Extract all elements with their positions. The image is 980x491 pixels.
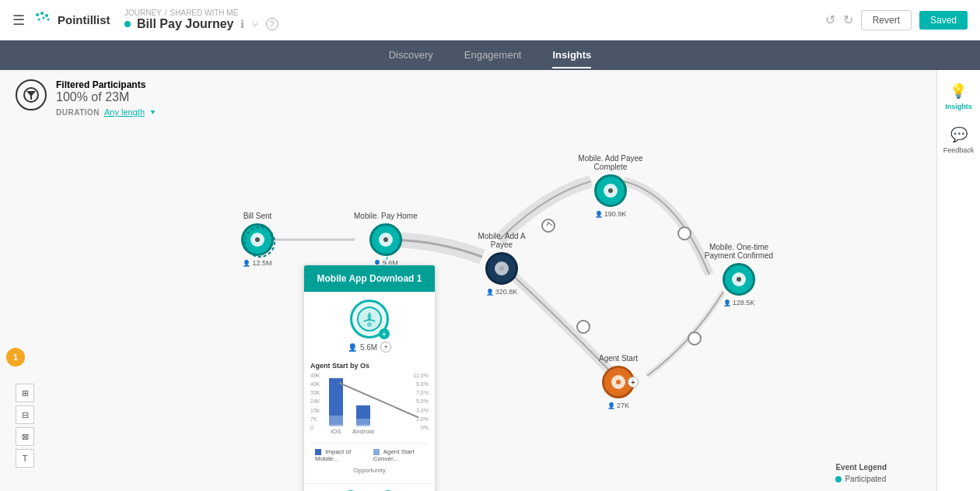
- popup-header: Mobile App Download 1: [304, 265, 435, 292]
- node-agent-start-add[interactable]: +: [628, 377, 639, 388]
- node-mobile-add-payee-complete-count: 190.9K: [595, 210, 627, 218]
- bar-group-android: Android: [352, 405, 374, 435]
- tab-bar: Discovery Engagement Insights: [0, 40, 980, 70]
- hamburger-button[interactable]: ☰: [12, 12, 25, 29]
- legend-impact: Impact of Mobile...: [315, 448, 361, 462]
- svg-point-16: [367, 322, 372, 327]
- ctrl-grid-btn[interactable]: ⊞: [16, 384, 34, 402]
- svg-point-0: [36, 13, 39, 16]
- duration-value[interactable]: Any length: [104, 107, 145, 117]
- revert-button[interactable]: Revert: [861, 10, 912, 30]
- redo-button[interactable]: ↻: [843, 12, 853, 27]
- bar-android-light: [356, 419, 370, 426]
- node-mobile-pay-home-label: Mobile. Pay Home: [354, 212, 418, 220]
- node-agent-start-circle[interactable]: +: [602, 366, 635, 398]
- undo-button[interactable]: ↺: [825, 12, 835, 27]
- svg-point-9: [542, 219, 555, 232]
- journey-color-indicator: [124, 21, 131, 27]
- saved-button[interactable]: Saved: [919, 11, 968, 30]
- legend-participated-dot: [835, 476, 842, 482]
- node-mobile-otp[interactable]: Mobile. One-time Payment Confirmed 128.5…: [700, 243, 778, 307]
- node-mobile-add-payee-complete-circle[interactable]: [594, 174, 627, 207]
- chart-title: Agent Start by Os: [310, 362, 429, 370]
- logo-text: Pointillist: [58, 13, 110, 26]
- popup-actions: ← +: [304, 483, 435, 491]
- bar-group-ios: iOS: [329, 378, 343, 435]
- node-mobile-otp-count: 128.5K: [723, 299, 755, 307]
- filter-info: Filtered Participants 100% of 23M DURATI…: [16, 79, 156, 117]
- popup-card: Mobile App Download 1 + 👤 5.6M +: [303, 265, 436, 491]
- bar-android-label: Android: [352, 428, 374, 435]
- insights-label: Insights: [945, 103, 972, 110]
- event-legend-participated: Participated: [835, 475, 887, 483]
- duration-dropdown-icon[interactable]: ▼: [149, 108, 156, 116]
- tab-insights[interactable]: Insights: [552, 43, 591, 68]
- filter-count: 100% of 23M: [56, 90, 156, 104]
- canvas-area: Filtered Participants 100% of 23M DURATI…: [0, 70, 936, 491]
- y-axis-right: 11.0%9.0%7.0%5.0%3.0%1.0%0%: [413, 373, 429, 430]
- popup-person-icon: 👤: [348, 343, 357, 352]
- filter-details: Filtered Participants 100% of 23M DURATI…: [56, 79, 156, 117]
- svg-point-2: [45, 14, 48, 17]
- node-mobile-add-payee-label: Mobile. Add A Payee: [467, 232, 537, 249]
- duration-label: DURATION: [56, 108, 100, 117]
- svg-point-1: [40, 12, 44, 15]
- page-title: Bill Pay Journey: [137, 17, 234, 31]
- svg-marker-7: [26, 91, 36, 100]
- svg-point-14: [245, 227, 275, 257]
- svg-point-12: [688, 332, 701, 345]
- node-bill-sent-circle[interactable]: [241, 223, 274, 256]
- ctrl-zoom-in-btn[interactable]: ⊠: [16, 427, 34, 446]
- sidebar-feedback-btn[interactable]: 💬 Feedback: [943, 126, 975, 154]
- legend-agent: Agent Start Conver...: [373, 448, 424, 462]
- chart-body: 49K40K32K24K15K7K0 11.0%9.0%7.0%5.0%3.0%…: [310, 373, 429, 443]
- main-layout: Filtered Participants 100% of 23M DURATI…: [0, 70, 980, 491]
- sidebar-insights-btn[interactable]: 💡 Insights: [945, 82, 972, 110]
- tab-discovery[interactable]: Discovery: [389, 43, 433, 68]
- node-agent-start-label: Agent Start: [599, 354, 638, 363]
- node-agent-start-count: 27K: [607, 402, 629, 409]
- filter-icon: [16, 79, 47, 110]
- popup-chart-area: Agent Start by Os 49K40K32K24K15K7K0 11.…: [304, 356, 435, 483]
- event-legend-title: Event Legend: [835, 463, 887, 472]
- svg-point-10: [678, 227, 691, 240]
- ctrl-zoom-out-btn[interactable]: ⊟: [16, 405, 34, 424]
- feedback-label: Feedback: [943, 146, 975, 154]
- node-mobile-pay-home-circle[interactable]: [369, 223, 402, 256]
- logo-icon: [34, 11, 53, 30]
- tab-engagement[interactable]: Engagement: [464, 43, 522, 68]
- feedback-icon: 💬: [950, 126, 968, 143]
- node-mobile-pay-home[interactable]: Mobile. Pay Home 5.6M: [354, 212, 418, 267]
- notification-badge[interactable]: 1: [6, 348, 25, 366]
- help-icon[interactable]: ?: [266, 18, 278, 30]
- node-mobile-add-payee-count: 320.8K: [486, 288, 518, 296]
- event-legend: Event Legend Participated: [835, 463, 887, 483]
- info-icon[interactable]: ℹ: [240, 18, 244, 30]
- node-mobile-otp-label: Mobile. One-time Payment Confirmed: [700, 243, 778, 260]
- node-bill-sent[interactable]: Bill Sent 12.5M: [241, 212, 274, 267]
- popup-opportunity: Opportunity: [310, 467, 429, 477]
- svg-point-5: [47, 18, 50, 20]
- breadcrumb: JOURNEY / SHARED WITH ME: [124, 9, 278, 17]
- svg-point-4: [43, 16, 45, 19]
- top-right-controls: ↺ ↻ Revert Saved: [825, 10, 968, 30]
- top-nav: ☰ Pointillist JOURNEY / SHARED WITH ME B…: [0, 0, 980, 40]
- share-icon[interactable]: ⑂: [252, 19, 258, 30]
- node-mobile-otp-circle[interactable]: [723, 263, 755, 296]
- node-mobile-add-payee[interactable]: Mobile. Add A Payee 320.8K: [467, 232, 537, 296]
- insights-icon: 💡: [950, 82, 967, 100]
- svg-point-11: [577, 321, 590, 333]
- bar-ios-label: iOS: [331, 428, 341, 435]
- node-mobile-add-payee-complete[interactable]: Mobile. Add Payee Complete 190.9K: [576, 154, 646, 218]
- bar-chart: iOS Android: [310, 373, 429, 435]
- popup-add-icon[interactable]: +: [379, 328, 390, 339]
- filter-title: Filtered Participants: [56, 79, 156, 90]
- popup-icon-circle: +: [350, 300, 389, 338]
- node-bill-sent-label: Bill Sent: [243, 212, 272, 220]
- popup-count-add[interactable]: +: [380, 342, 391, 352]
- node-agent-start[interactable]: Agent Start + 27K: [599, 354, 638, 409]
- right-sidebar: 💡 Insights 💬 Feedback: [936, 70, 980, 491]
- ctrl-text-btn[interactable]: T: [16, 449, 34, 468]
- node-mobile-add-payee-circle[interactable]: [485, 252, 518, 285]
- node-bill-sent-count: 12.5M: [243, 259, 271, 267]
